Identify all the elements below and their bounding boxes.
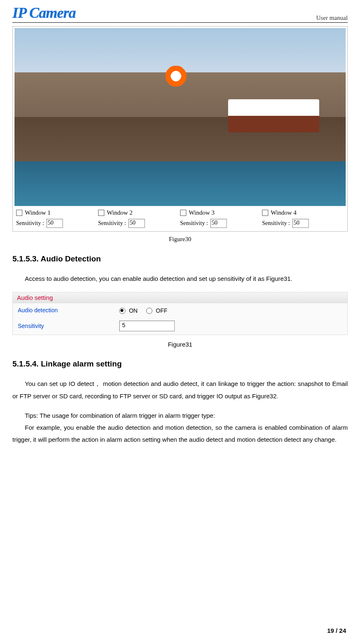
sensitivity-row: Sensitivity : 50 Sensitivity : 50 Sensit… <box>14 219 346 230</box>
window-4-cell: Window 4 <box>262 209 344 216</box>
tips-body: For example, you enable the audio detect… <box>12 421 348 446</box>
page-number: 19 / 24 <box>327 627 346 634</box>
sensitivity-3-input[interactable]: 50 <box>210 219 227 228</box>
heading-5153: 5.1.5.3. Audio Detection <box>12 254 348 263</box>
tips-block: Tips: The usage for combination of alarm… <box>12 409 348 446</box>
audio-setting-panel: Audio setting Audio detection ON OFF Sen… <box>12 292 348 335</box>
window-checkbox-row: Window 1 Window 2 Window 3 Window 4 <box>14 209 346 216</box>
header-right-text: User manual <box>316 14 348 22</box>
figure30-caption: Figure30 <box>12 236 348 243</box>
window-3-cell: Window 3 <box>180 209 262 216</box>
figure31-caption: Figure31 <box>12 341 348 348</box>
logo: IP Camera <box>12 4 76 22</box>
audio-sensitivity-label: Sensitivity <box>18 323 119 329</box>
checkbox-icon[interactable] <box>16 210 22 216</box>
para-5153-intro: Access to audio detection, you can enabl… <box>12 273 348 285</box>
sensitivity-1-input[interactable]: 50 <box>46 219 63 228</box>
para-5154-1: You can set up IO detect， motion detecti… <box>12 378 348 402</box>
window-3-label: Window 3 <box>189 209 214 216</box>
checkbox-icon[interactable] <box>180 210 186 216</box>
audio-detection-label: Audio detection <box>18 307 119 314</box>
checkbox-icon[interactable] <box>262 210 268 216</box>
sensitivity-4-input[interactable]: 50 <box>292 219 309 228</box>
page-header: IP Camera User manual <box>12 4 348 23</box>
tips-line: Tips: The usage for combination of alarm… <box>12 409 348 421</box>
audio-detection-row: Audio detection ON OFF <box>13 303 347 317</box>
camera-screenshot-image <box>14 28 346 206</box>
sensitivity-2-input[interactable]: 50 <box>128 219 145 228</box>
sensitivity-3-cell: Sensitivity : 50 <box>180 219 262 228</box>
figure30-container: Window 1 Window 2 Window 3 Window 4 Sens… <box>12 26 348 232</box>
sensitivity-3-label: Sensitivity : <box>180 220 208 227</box>
heading-5154: 5.1.5.4. Linkage alarm setting <box>12 359 348 369</box>
sensitivity-4-cell: Sensitivity : 50 <box>262 219 344 228</box>
window-1-label: Window 1 <box>25 209 51 216</box>
window-2-cell: Window 2 <box>98 209 180 216</box>
window-4-label: Window 4 <box>271 209 296 216</box>
sensitivity-1-label: Sensitivity : <box>16 220 44 227</box>
sensitivity-2-cell: Sensitivity : 50 <box>98 219 180 228</box>
sensitivity-1-cell: Sensitivity : 50 <box>16 219 98 228</box>
radio-on-label: ON <box>129 307 137 314</box>
audio-setting-title: Audio setting <box>13 292 347 303</box>
checkbox-icon[interactable] <box>98 210 104 216</box>
audio-sensitivity-row: Sensitivity 5 <box>13 317 347 335</box>
radio-off-label: OFF <box>156 307 167 314</box>
sensitivity-4-label: Sensitivity : <box>262 220 290 227</box>
audio-sensitivity-input[interactable]: 5 <box>119 321 175 331</box>
radio-off-icon[interactable] <box>146 308 152 314</box>
window-2-label: Window 2 <box>107 209 132 216</box>
window-1-cell: Window 1 <box>16 209 98 216</box>
sensitivity-2-label: Sensitivity : <box>98 220 126 227</box>
radio-on-icon[interactable] <box>119 308 125 314</box>
